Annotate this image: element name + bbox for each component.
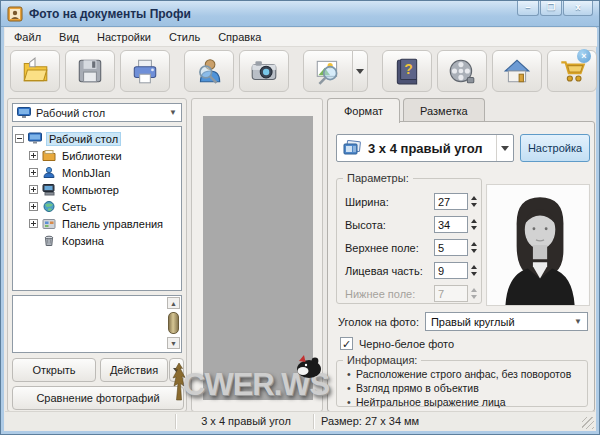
help-button[interactable]: ?	[382, 50, 432, 92]
compare-photos-button[interactable]: Сравнение фотографий	[12, 386, 184, 410]
location-combobox[interactable]: Рабочий стол ▼	[12, 103, 182, 122]
app-icon	[7, 6, 23, 22]
info-item: Расположение строго анфас, без поворотов	[347, 368, 587, 381]
photo-canvas	[203, 116, 313, 400]
param-bottom-margin: Нижнее поле:	[345, 285, 477, 302]
resize-grip[interactable]	[582, 417, 594, 429]
corner-value: Правый круглый	[431, 316, 515, 328]
menu-file[interactable]: Файл	[5, 29, 50, 45]
menu-help[interactable]: Справка	[209, 29, 270, 45]
face-part-input[interactable]	[434, 262, 468, 279]
toolbar-close-icon[interactable]: ×	[577, 49, 591, 63]
preview-dropdown[interactable]	[353, 50, 368, 92]
param-face-part: Лицевая часть:	[345, 262, 477, 279]
svg-text:?: ?	[404, 61, 413, 77]
computer-icon	[42, 183, 56, 196]
find-person-button[interactable]	[184, 50, 234, 92]
format-combobox[interactable]: 3 х 4 правый угол	[336, 134, 514, 162]
expand-icon[interactable]	[29, 219, 38, 228]
tree-item-desktop[interactable]: Рабочий стол	[15, 130, 179, 147]
tree-item-control-panel[interactable]: Панель управления	[15, 215, 179, 232]
corner-row: Уголок на фото: Правый круглый ▼	[338, 312, 588, 331]
scrollbar-thumb[interactable]	[168, 312, 179, 334]
top-margin-input[interactable]	[434, 239, 468, 256]
tree-item-label: Корзина	[60, 235, 106, 247]
photo-format-icon	[342, 139, 362, 157]
app-window: Фото на документы Профи – ❒ x Файл Вид Н…	[0, 0, 600, 435]
collapse-icon[interactable]	[15, 134, 24, 143]
scroll-up-icon[interactable]: ▲	[167, 297, 180, 309]
corner-label: Уголок на фото:	[338, 316, 419, 328]
photo-workspace-panel	[191, 98, 323, 412]
tree-item-computer[interactable]: Компьютер	[15, 181, 179, 198]
expand-icon[interactable]	[29, 151, 38, 160]
height-input[interactable]	[434, 216, 468, 233]
tree-item-label: MonbJIan	[60, 167, 112, 179]
expand-icon[interactable]	[29, 202, 38, 211]
desktop-icon	[17, 107, 31, 119]
tree-item-label: Библиотеки	[60, 150, 124, 162]
tree-item-label: Сеть	[60, 201, 88, 213]
scroll-down-icon[interactable]: ▼	[167, 337, 180, 349]
video-button[interactable]	[437, 50, 487, 92]
preview-button[interactable]	[303, 50, 353, 92]
tab-layout[interactable]: Разметка	[403, 98, 485, 122]
actions-dropdown[interactable]	[169, 358, 184, 382]
bw-label: Черно-белое фото	[359, 338, 454, 350]
divider	[175, 414, 176, 429]
save-icon	[75, 56, 105, 86]
menu-style[interactable]: Стиль	[160, 29, 209, 45]
film-reel-icon	[447, 56, 477, 86]
minimize-button[interactable]: –	[517, 1, 539, 16]
chevron-down-icon: ▼	[574, 317, 582, 326]
toolbar: ?	[5, 47, 597, 95]
chevron-down-icon: ▼	[169, 108, 177, 117]
window-title: Фото на документы Профи	[29, 7, 191, 21]
tree-item-recycle-bin[interactable]: Корзина	[15, 232, 179, 249]
scrollbar[interactable]: ▲ ▼	[167, 297, 180, 351]
corner-combobox[interactable]: Правый круглый ▼	[425, 312, 588, 331]
info-groupbox: Информация: Расположение строго анфас, б…	[336, 360, 588, 407]
menubar: Файл Вид Настройки Стиль Справка	[5, 28, 597, 47]
height-stepper[interactable]	[471, 219, 477, 230]
network-icon	[42, 200, 56, 213]
menu-settings[interactable]: Настройки	[88, 29, 160, 45]
width-stepper[interactable]	[471, 196, 477, 207]
print-icon	[130, 56, 160, 86]
bottom-margin-stepper	[471, 288, 477, 299]
thumbnail-list[interactable]: ▲ ▼	[12, 295, 182, 353]
tree-item-label: Компьютер	[60, 184, 121, 196]
param-height: Высота:	[345, 216, 477, 233]
status-size: Размер: 27 х 34 мм	[321, 415, 419, 427]
camera-button[interactable]	[239, 50, 289, 92]
bottom-margin-input	[434, 285, 468, 302]
maximize-button[interactable]: ❒	[540, 1, 562, 16]
tree-item-libraries[interactable]: Библиотеки	[15, 147, 179, 164]
sample-photo	[486, 184, 590, 306]
width-input[interactable]	[434, 193, 468, 210]
tree-item-network[interactable]: Сеть	[15, 198, 179, 215]
actions-button[interactable]: Действия	[100, 358, 168, 382]
top-margin-stepper[interactable]	[471, 242, 477, 253]
settings-button[interactable]: Настройка	[520, 134, 590, 162]
tree-item-user[interactable]: MonbJIan	[15, 164, 179, 181]
close-button[interactable]: x	[563, 1, 593, 16]
info-item: Взгляд прямо в объектив	[347, 382, 587, 395]
right-tabs: Формат Разметка	[327, 98, 488, 122]
tab-format[interactable]: Формат	[327, 98, 400, 123]
face-part-stepper[interactable]	[471, 265, 477, 276]
home-button[interactable]	[492, 50, 542, 92]
open-button[interactable]	[10, 50, 60, 92]
preview-icon	[313, 56, 343, 86]
expand-icon[interactable]	[29, 185, 38, 194]
open-file-button[interactable]: Открыть	[12, 358, 96, 382]
folder-tree[interactable]: Рабочий стол Библиотеки MonbJIan	[12, 126, 182, 291]
bw-checkbox[interactable]: ✓	[340, 337, 353, 350]
find-person-icon	[194, 56, 224, 86]
save-button[interactable]	[65, 50, 115, 92]
print-button[interactable]	[120, 50, 170, 92]
menu-view[interactable]: Вид	[50, 29, 88, 45]
help-book-icon: ?	[392, 56, 422, 86]
expand-icon[interactable]	[29, 168, 38, 177]
statusbar: 3 х 4 правый угол Размер: 27 х 34 мм	[5, 411, 595, 430]
